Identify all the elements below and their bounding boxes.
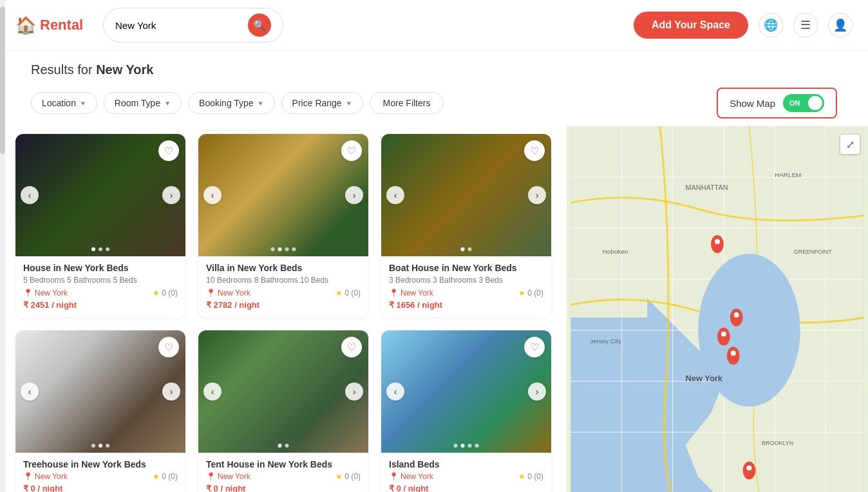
location-pin-icon: 📍 [206, 289, 216, 298]
card-image: ♡ ‹ › [15, 134, 185, 256]
header-icons: 🌐 ☰ 👤 [759, 13, 853, 37]
card-image: ♡ ‹ › [198, 134, 368, 256]
svg-text:GREENPOINT: GREENPOINT [794, 249, 832, 255]
card-specs: 3 Bedrooms 3 Bathrooms 3 Beds [389, 276, 543, 285]
add-space-button[interactable]: Add Your Space [634, 12, 748, 39]
card-body: Boat House in New York Beds 3 Bedrooms 3… [381, 256, 551, 317]
card-title: Treehouse in New York Beds [23, 459, 178, 469]
location-filter[interactable]: Location ▼ [31, 92, 97, 114]
location-pin-icon: 📍 [23, 472, 33, 481]
dot [278, 444, 282, 448]
scroll-indicator[interactable] [0, 126, 5, 492]
results-header: Results for New York [15, 51, 853, 82]
next-image-button[interactable]: › [345, 186, 363, 204]
card-title: Island Beds [389, 459, 543, 469]
logo: 🏠 Rental [15, 15, 93, 35]
dot [106, 247, 109, 251]
search-input[interactable] [115, 20, 244, 31]
heart-button[interactable]: ♡ [524, 140, 545, 161]
menu-icon: ☰ [800, 18, 811, 32]
dot [99, 444, 102, 448]
star-icon: ★ [153, 289, 160, 298]
next-image-button[interactable]: › [162, 383, 180, 401]
globe-button[interactable]: 🌐 [759, 13, 783, 37]
card-title: House in New York Beds [23, 263, 178, 273]
show-map-label: Show Map [730, 98, 775, 109]
prev-image-button[interactable]: ‹ [21, 186, 39, 204]
image-dots [461, 247, 472, 251]
heart-button[interactable]: ♡ [158, 337, 179, 357]
location-text: New York [218, 289, 250, 298]
logo-icon: 🏠 [15, 15, 36, 35]
star-icon: ★ [518, 472, 525, 481]
rating-value: 0 (0) [162, 289, 178, 298]
prev-image-button[interactable]: ‹ [203, 186, 222, 204]
room-type-filter[interactable]: Room Type ▼ [104, 92, 182, 114]
card-price: ₹ 2782 / night [206, 300, 361, 310]
star-icon: ★ [153, 472, 160, 481]
dot [461, 247, 465, 251]
next-image-button[interactable]: › [345, 383, 363, 401]
card-image: ♡ ‹ › [198, 330, 368, 453]
card-body: Tent House in New York Beds 📍 New York ★… [198, 453, 368, 492]
price-range-filter[interactable]: Price Range ▼ [281, 92, 363, 114]
listing-card[interactable]: ♡ ‹ › Island Beds 📍 New York ★ 0 (0) [381, 330, 551, 492]
heart-button[interactable]: ♡ [341, 337, 362, 357]
location-pin-icon: 📍 [389, 289, 399, 298]
heart-button[interactable]: ♡ [341, 140, 362, 161]
dot [91, 444, 95, 448]
card-title: Tent House in New York Beds [206, 459, 361, 469]
rating-value: 0 (0) [344, 289, 361, 298]
listing-card[interactable]: ♡ ‹ › House in New York Beds 5 Bedrooms … [15, 134, 185, 317]
header: 🏠 Rental 🔍 Add Your Space 🌐 ☰ 👤 [0, 0, 868, 51]
card-body: Treehouse in New York Beds 📍 New York ★ … [15, 453, 185, 492]
user-icon: 👤 [833, 18, 847, 32]
booking-type-filter[interactable]: Booking Type ▼ [188, 92, 275, 114]
next-image-button[interactable]: › [528, 186, 546, 204]
card-specs: 10 Bedrooms 8 Bathrooms 10 Beds [206, 276, 361, 285]
more-filters-button[interactable]: More Filters [370, 92, 444, 114]
prev-image-button[interactable]: ‹ [386, 383, 404, 401]
listing-card[interactable]: ♡ ‹ › Treehouse in New York Beds 📍 New Y… [15, 330, 185, 492]
card-footer: 📍 New York ★ 0 (0) [389, 289, 543, 298]
show-map-toggle[interactable]: ON [783, 94, 824, 112]
card-specs: 5 Bedrooms 5 Bathrooms 5 Beds [23, 276, 178, 285]
next-image-button[interactable]: › [162, 186, 180, 204]
logo-text: Rental [40, 17, 83, 33]
listing-card[interactable]: ♡ ‹ › Tent House in New York Beds 📍 New … [198, 330, 368, 492]
card-rating: ★ 0 (0) [518, 289, 543, 298]
rating-value: 0 (0) [344, 472, 361, 481]
dot [468, 444, 472, 448]
listing-card[interactable]: ♡ ‹ › Villa in New York Beds 10 Bedrooms… [198, 134, 368, 317]
room-type-filter-caret: ▼ [164, 100, 171, 107]
prev-image-button[interactable]: ‹ [21, 383, 39, 401]
image-dots [271, 247, 296, 251]
globe-icon: 🌐 [764, 18, 778, 32]
card-title: Villa in New York Beds [206, 263, 361, 273]
card-footer: 📍 New York ★ 0 (0) [206, 472, 361, 481]
card-image: ♡ ‹ › [15, 330, 185, 453]
user-button[interactable]: 👤 [828, 13, 853, 37]
booking-type-filter-label: Booking Type [199, 98, 254, 108]
heart-button[interactable]: ♡ [158, 140, 179, 161]
dot [285, 444, 289, 448]
card-price: ₹ 0 / night [23, 484, 178, 492]
card-location: 📍 New York [389, 472, 433, 481]
listing-card[interactable]: ♡ ‹ › Boat House in New York Beds 3 Bedr… [381, 134, 551, 317]
prev-image-button[interactable]: ‹ [203, 383, 222, 401]
dot [468, 247, 472, 251]
menu-button[interactable]: ☰ [793, 13, 818, 37]
location-text: New York [401, 472, 433, 481]
star-icon: ★ [335, 289, 343, 298]
filters-bar: Location ▼ Room Type ▼ Booking Type ▼ Pr… [15, 82, 853, 126]
svg-point-35 [747, 466, 752, 471]
map-expand-button[interactable]: ⤢ [840, 134, 860, 155]
heart-button[interactable]: ♡ [524, 337, 545, 357]
listings-panel: ♡ ‹ › House in New York Beds 5 Bedrooms … [0, 126, 567, 492]
next-image-button[interactable]: › [528, 383, 546, 401]
card-title: Boat House in New York Beds [389, 263, 543, 273]
dot [461, 444, 465, 448]
prev-image-button[interactable]: ‹ [386, 186, 404, 204]
location-filter-caret: ▼ [80, 100, 86, 107]
search-button[interactable]: 🔍 [248, 14, 271, 37]
